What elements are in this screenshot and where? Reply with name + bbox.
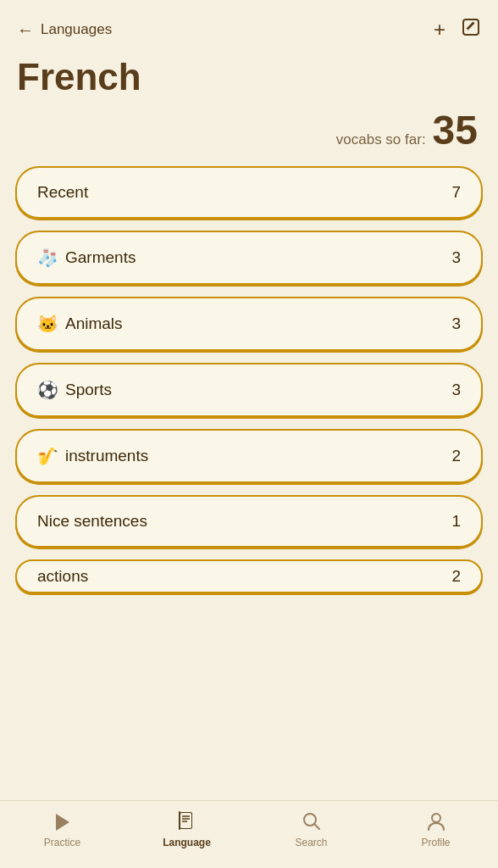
category-emoji-sports: ⚽ [37, 380, 58, 400]
play-icon [56, 810, 69, 833]
profile-icon [425, 810, 447, 833]
vocab-label: vocabs so far: [336, 131, 426, 148]
tab-bar: Practice Language Search [0, 800, 498, 868]
category-left-nice-sentences: Nice sentences [37, 512, 147, 531]
category-label-instruments: instruments [65, 447, 148, 465]
svg-rect-6 [179, 811, 180, 830]
tab-practice[interactable]: Practice [0, 810, 125, 849]
category-left-instruments: 🎷instruments [37, 446, 148, 466]
category-label-recent: Recent [37, 183, 88, 202]
tab-search[interactable]: Search [249, 810, 374, 849]
category-emoji-instruments: 🎷 [37, 446, 58, 466]
category-item-animals[interactable]: 🐱Animals3 [15, 297, 483, 351]
category-label-animals: Animals [65, 314, 123, 333]
categories-list: Recent7🧦Garments3🐱Animals3⚽Sports3🎷instr… [0, 166, 498, 800]
category-label-garments: Garments [65, 248, 136, 267]
svg-point-9 [432, 814, 440, 822]
category-item-recent[interactable]: Recent7 [15, 166, 483, 219]
category-count-recent: 7 [451, 183, 461, 202]
category-item-sports[interactable]: ⚽Sports3 [15, 363, 483, 417]
search-icon [301, 810, 323, 833]
svg-rect-2 [180, 813, 191, 828]
category-count-garments: 3 [451, 248, 461, 267]
add-button[interactable]: + [434, 18, 445, 42]
category-label-nice-sentences: Nice sentences [37, 512, 147, 531]
category-label-actions: actions [37, 567, 88, 586]
header-actions: + [434, 17, 481, 42]
category-count-instruments: 2 [451, 447, 461, 465]
category-left-recent: Recent [37, 183, 88, 202]
category-count-actions: 2 [451, 567, 461, 586]
tab-profile-label: Profile [421, 837, 450, 849]
category-count-nice-sentences: 1 [451, 512, 461, 531]
tab-language-label: Language [163, 837, 211, 849]
category-emoji-animals: 🐱 [37, 314, 58, 334]
edit-button[interactable] [461, 17, 481, 42]
category-left-garments: 🧦Garments [37, 248, 136, 268]
tab-language[interactable]: Language [125, 810, 249, 849]
category-item-nice-sentences[interactable]: Nice sentences1 [15, 495, 483, 548]
category-left-animals: 🐱Animals [37, 314, 123, 334]
category-left-actions: actions [37, 567, 88, 586]
back-label: Languages [41, 21, 112, 38]
back-button[interactable]: ← Languages [17, 20, 112, 40]
book-icon [175, 810, 199, 833]
category-item-garments[interactable]: 🧦Garments3 [15, 231, 483, 285]
tab-search-label: Search [295, 837, 327, 849]
tab-practice-label: Practice [44, 837, 80, 849]
vocab-count: 35 [433, 110, 478, 151]
page-title: French [0, 49, 498, 102]
category-emoji-garments: 🧦 [37, 248, 58, 268]
svg-line-8 [314, 824, 319, 829]
header: ← Languages + [0, 0, 498, 49]
category-item-instruments[interactable]: 🎷instruments2 [15, 429, 483, 483]
tab-profile[interactable]: Profile [374, 810, 498, 849]
category-left-sports: ⚽Sports [37, 380, 112, 400]
category-item-actions[interactable]: actions2 [15, 559, 483, 593]
vocab-count-row: vocabs so far: 35 [0, 102, 498, 166]
category-label-sports: Sports [65, 381, 112, 399]
category-count-animals: 3 [451, 314, 461, 333]
category-count-sports: 3 [451, 381, 461, 399]
back-arrow-icon: ← [17, 20, 34, 40]
